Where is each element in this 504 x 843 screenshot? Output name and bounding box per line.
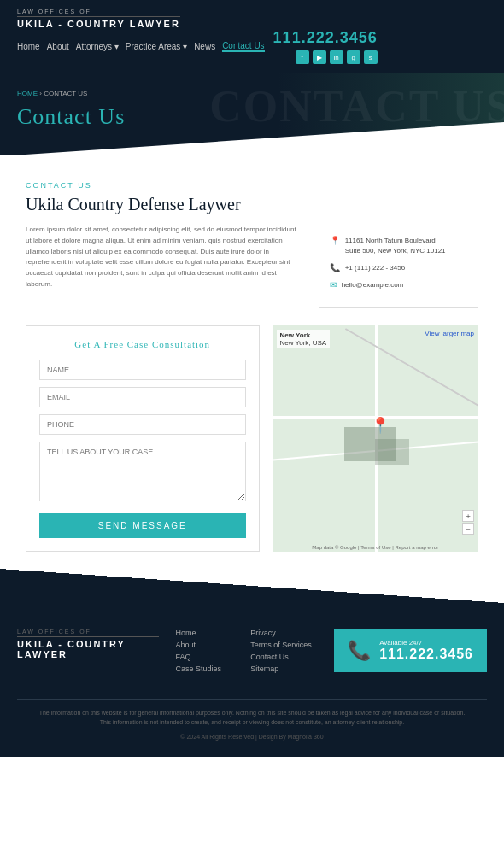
footer-links: Home Privacy About Terms of Services FAQ… <box>176 629 318 673</box>
footer-phone-label: Available 24/7 <box>379 639 473 647</box>
map-section[interactable]: 📍 New York New York, USA View larger map… <box>273 325 479 552</box>
breadcrumb-home[interactable]: HOME <box>17 90 38 97</box>
hero-title: Contact Us <box>17 104 487 130</box>
footer-phone-icon: 📞 <box>348 640 371 662</box>
form-map-row: Get A Free Case Consultation SEND MESSAG… <box>26 325 478 552</box>
footer-logo-name: UKILA - COUNTRY LAWYER <box>17 636 159 659</box>
phone-input[interactable] <box>39 414 246 435</box>
message-input[interactable] <box>39 442 246 501</box>
main-content: CONTACT US Ukila Country Defense Laywer … <box>0 155 504 569</box>
footer-link-sitemap[interactable]: Sitemap <box>250 664 317 673</box>
location-icon: 📍 <box>330 236 340 245</box>
nav-about[interactable]: About <box>47 42 69 51</box>
linkedin-icon[interactable]: in <box>330 50 343 64</box>
facebook-icon[interactable]: f <box>296 50 309 64</box>
social-bar: f ▶ in g s <box>296 50 378 64</box>
logo: LAW OFFICES OF UKILA - COUNTRY LAWYER <box>17 9 180 29</box>
map-road-diag <box>345 328 478 415</box>
map-block-2 <box>375 439 409 465</box>
footer-link-case-studies[interactable]: Case Studies <box>176 664 243 673</box>
nav-home[interactable]: Home <box>17 42 40 51</box>
footer-link-home[interactable]: Home <box>176 629 243 637</box>
contact-info-row: Lorem ipsum dolor sit amet, consectetur … <box>26 225 478 308</box>
nav-attorneys[interactable]: Attorneys ▾ <box>76 42 119 51</box>
contact-box: 📍 11161 North Tatum BoulevardSuite 500, … <box>319 225 478 308</box>
map-zoom-controls: + − <box>462 510 474 535</box>
section-label: CONTACT US <box>26 181 478 190</box>
email-icon: ✉ <box>330 280 337 290</box>
header-right: 111.222.3456 f ▶ in g s <box>273 29 378 64</box>
footer-divider <box>17 699 487 700</box>
nav-practice-areas[interactable]: Practice Areas ▾ <box>126 42 187 51</box>
map-marker: 📍 <box>371 416 390 435</box>
map-placeholder: 📍 New York New York, USA View larger map… <box>273 325 479 552</box>
map-attribution: Map data © Google | Terms of Use | Repor… <box>273 545 479 550</box>
address-text: 11161 North Tatum BoulevardSuite 500, Ne… <box>345 236 446 256</box>
footer-disclaimer: The information on this website is for g… <box>17 708 487 727</box>
contact-description: Lorem ipsum dolor sit amet, consectetur … <box>26 225 302 308</box>
email-text[interactable]: hello@example.com <box>342 280 404 290</box>
footer-link-privacy[interactable]: Privacy <box>250 629 317 637</box>
email-item: ✉ hello@example.com <box>330 280 467 290</box>
nav-contact[interactable]: Contact Us <box>222 41 264 52</box>
description-text: Lorem ipsum dolor sit amet, consectetur … <box>26 225 302 290</box>
footer-top: LAW OFFICES OF UKILA - COUNTRY LAWYER Ho… <box>17 629 487 690</box>
phone-text[interactable]: +1 (111) 222 - 3456 <box>345 263 406 273</box>
footer-link-contact[interactable]: Contact Us <box>250 653 317 661</box>
footer-copyright: © 2024 All Rights Reserved | Design By M… <box>17 734 487 748</box>
phone-icon: 📞 <box>330 263 340 272</box>
breadcrumb-current: CONTACT US <box>44 90 87 97</box>
map-label: New York New York, USA <box>277 330 331 348</box>
diagonal-transition <box>0 569 504 603</box>
site-header: LAW OFFICES OF UKILA - COUNTRY LAWYER Ho… <box>0 0 504 73</box>
map-zoom-out[interactable]: − <box>462 523 474 535</box>
name-input[interactable] <box>39 360 246 380</box>
map-larger-link[interactable]: View larger map <box>425 330 474 337</box>
footer-link-faq[interactable]: FAQ <box>176 653 243 661</box>
address-item: 📍 11161 North Tatum BoulevardSuite 500, … <box>330 236 467 256</box>
hero-banner: HOME › CONTACT US Contact Us CONTACT US <box>0 73 504 155</box>
footer-phone-number[interactable]: 111.222.3456 <box>379 647 473 662</box>
footer-logo: LAW OFFICES OF UKILA - COUNTRY LAWYER <box>17 629 159 659</box>
rss-icon[interactable]: s <box>364 50 378 64</box>
phone-item: 📞 +1 (111) 222 - 3456 <box>330 263 467 273</box>
google-icon[interactable]: g <box>347 50 360 64</box>
youtube-icon[interactable]: ▶ <box>313 50 326 64</box>
footer-link-terms[interactable]: Terms of Services <box>250 641 317 649</box>
footer-phone-text: Available 24/7 111.222.3456 <box>379 639 473 662</box>
main-nav: Home About Attorneys ▾ Practice Areas ▾ … <box>17 41 265 52</box>
header-phone[interactable]: 111.222.3456 <box>273 29 378 47</box>
send-button[interactable]: SEND MESSAGE <box>39 513 246 538</box>
section-title: Ukila Country Defense Laywer <box>26 195 478 214</box>
logo-top: LAW OFFICES OF <box>17 9 180 15</box>
nav-news[interactable]: News <box>194 42 215 51</box>
logo-name: UKILA - COUNTRY LAWYER <box>17 16 180 29</box>
site-footer: LAW OFFICES OF UKILA - COUNTRY LAWYER Ho… <box>0 603 504 757</box>
email-input[interactable] <box>39 387 246 407</box>
map-zoom-in[interactable]: + <box>462 510 474 522</box>
contact-form: Get A Free Case Consultation SEND MESSAG… <box>26 325 260 552</box>
footer-link-about[interactable]: About <box>176 641 243 649</box>
footer-phone-box: 📞 Available 24/7 111.222.3456 <box>334 629 487 672</box>
footer-logo-top: LAW OFFICES OF <box>17 629 159 635</box>
form-title: Get A Free Case Consultation <box>39 339 246 349</box>
nav-area: Home About Attorneys ▾ Practice Areas ▾ … <box>17 29 378 64</box>
